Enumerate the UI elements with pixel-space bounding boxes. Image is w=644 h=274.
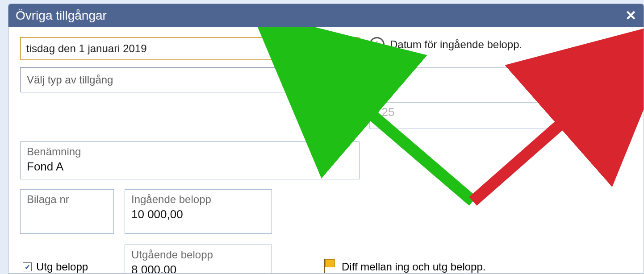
benamning-value: Fond A <box>27 160 353 174</box>
dialog-content: tisdag den 1 januari 2019 12 i Datum för… <box>8 27 644 273</box>
date-value: tisdag den 1 januari 2019 <box>26 42 147 55</box>
utg-belopp-checkbox-row: ✓ Utg belopp <box>20 261 114 273</box>
calendar-icon[interactable]: 12 <box>341 42 353 55</box>
chevron-down-icon <box>346 78 353 82</box>
info-icon: i <box>369 37 385 52</box>
close-icon[interactable]: ✕ <box>625 9 636 22</box>
asset-type-dropdown[interactable]: Välj typ av tillgång <box>20 67 360 92</box>
ingaende-value: 10 000,00 <box>131 208 265 221</box>
flag-icon <box>323 259 335 274</box>
window-title: Övriga tillgångar <box>16 8 107 23</box>
titlebar: Övriga tillgångar ✕ <box>8 4 644 27</box>
ingaende-field[interactable]: Ingående belopp 10 000,00 <box>125 189 272 234</box>
info-row: i Datum för ingående belopp. <box>369 37 522 52</box>
svg-text:12: 12 <box>346 49 350 53</box>
benamning-field[interactable]: Benämning Fond A <box>20 141 360 179</box>
side-input-2[interactable]: 125 <box>369 102 588 129</box>
utg-belopp-label: Utg belopp <box>36 261 88 273</box>
utgaende-value: 8 000,00 <box>131 263 265 274</box>
bilaga-field[interactable]: Bilaga nr <box>20 189 114 234</box>
diff-warning-row: Diff mellan ing och utg belopp. <box>323 259 485 274</box>
dialog-window: Övriga tillgångar ✕ tisdag den 1 januari… <box>8 4 644 274</box>
benamning-label: Benämning <box>27 145 353 158</box>
bilaga-label: Bilaga nr <box>27 193 107 206</box>
diff-text: Diff mellan ing och utg belopp. <box>342 261 485 273</box>
info-text: Datum för ingående belopp. <box>390 38 522 51</box>
dropdown-placeholder: Välj typ av tillgång <box>27 74 113 86</box>
date-input[interactable]: tisdag den 1 januari 2019 12 <box>20 37 360 60</box>
error-icon: ✕ <box>591 75 602 86</box>
utgaende-label: Utgående belopp <box>131 249 265 261</box>
side-input-1[interactable] <box>369 67 588 94</box>
utgaende-field[interactable]: Utgående belopp 8 000,00 <box>125 245 272 274</box>
side-input-2-placeholder: 125 <box>375 105 394 119</box>
utg-belopp-checkbox[interactable]: ✓ <box>23 262 32 271</box>
ingaende-label: Ingående belopp <box>131 193 265 206</box>
